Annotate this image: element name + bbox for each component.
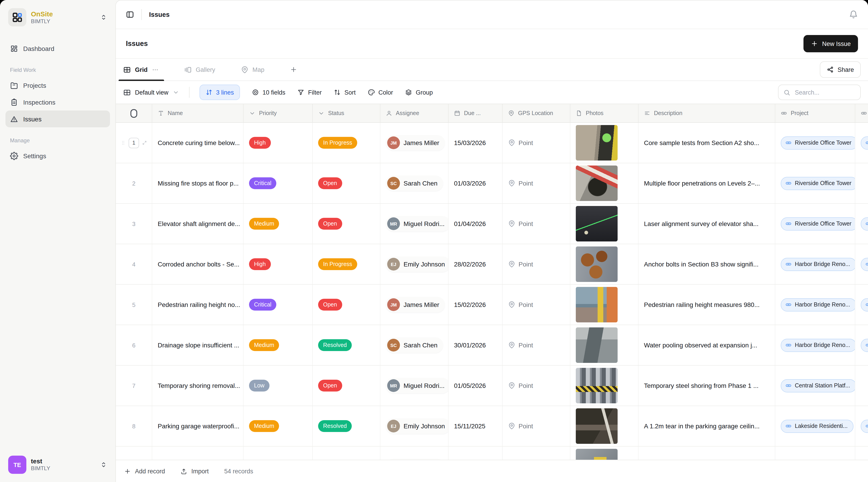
photo-thumbnail-yellow-railing-waterfront[interactable] bbox=[576, 287, 618, 322]
toolbar-color-button[interactable]: Color bbox=[367, 89, 393, 96]
status-cell[interactable]: In Progress bbox=[313, 244, 380, 284]
name-cell[interactable]: Elevator shaft alignment de... bbox=[152, 204, 244, 244]
project-cell[interactable]: Lakeside Residenti... bbox=[775, 447, 855, 460]
name-cell[interactable]: Temporary shoring removal... bbox=[152, 366, 244, 405]
project-badge-partial[interactable] bbox=[861, 338, 868, 352]
priority-cell[interactable]: Critical bbox=[244, 163, 313, 203]
photo-thumbnail-parking-garage-ceiling[interactable] bbox=[576, 408, 618, 444]
due-date-cell[interactable]: 01/05/2026 bbox=[448, 366, 503, 405]
status-cell[interactable]: Closed bbox=[313, 447, 380, 460]
name-cell[interactable]: Concrete curing time below... bbox=[152, 123, 244, 163]
sidebar-item-settings[interactable]: Settings bbox=[5, 147, 110, 164]
assignee-cell[interactable]: JMJames Miller bbox=[380, 447, 448, 460]
table-row[interactable]: 8Parking garage waterproofi...MediumReso… bbox=[116, 406, 868, 447]
project-badge[interactable]: Harbor Bridge Reno... bbox=[781, 258, 855, 271]
due-date-cell[interactable]: 15/02/2026 bbox=[448, 285, 503, 325]
column-header-priority[interactable]: Priority bbox=[244, 104, 313, 122]
sidebar-toggle-icon[interactable] bbox=[126, 10, 134, 19]
photo-thumbnail-steel-shoring-caution-tape[interactable] bbox=[576, 368, 618, 403]
linked-record-cell[interactable] bbox=[855, 366, 868, 405]
column-header[interactable] bbox=[855, 104, 868, 122]
gps-cell[interactable]: Point bbox=[503, 285, 570, 325]
description-cell[interactable]: Water pooling observed at expansion j... bbox=[639, 325, 775, 365]
photos-cell[interactable] bbox=[570, 406, 639, 446]
select-all-checkbox[interactable] bbox=[130, 109, 137, 118]
priority-cell[interactable]: Medium bbox=[244, 204, 313, 244]
priority-cell[interactable]: Low bbox=[244, 447, 313, 460]
assignee-cell[interactable]: MRMiguel Rodri... bbox=[380, 366, 448, 405]
table-row[interactable]: 6Drainage slope insufficient ...MediumRe… bbox=[116, 325, 868, 366]
description-cell[interactable]: A 30cm gap in the HVAC ductwork insu... bbox=[639, 447, 775, 460]
linked-record-cell[interactable] bbox=[855, 163, 868, 203]
gps-cell[interactable]: Point bbox=[503, 325, 570, 365]
project-cell[interactable]: Riverside Office Tower bbox=[775, 204, 855, 244]
drag-handle-icon[interactable] bbox=[120, 140, 126, 146]
toolbar-sort-button[interactable]: Sort bbox=[334, 89, 356, 96]
due-date-cell[interactable]: 01/10/2025 bbox=[448, 447, 503, 460]
assignee-cell[interactable]: EJEmily Johnson bbox=[380, 406, 448, 446]
photos-cell[interactable] bbox=[570, 123, 639, 163]
add-view-button[interactable] bbox=[290, 66, 297, 73]
linked-record-cell[interactable] bbox=[855, 325, 868, 365]
project-cell[interactable]: Central Station Platf... bbox=[775, 366, 855, 405]
assignee-cell[interactable]: JMJames Miller bbox=[380, 123, 448, 163]
new-issue-button[interactable]: New Issue bbox=[803, 35, 858, 52]
project-badge[interactable]: Riverside Office Tower bbox=[781, 177, 855, 190]
table-row[interactable]: 1Concrete curing time below...HighIn Pro… bbox=[116, 123, 868, 163]
photo-thumbnail-floor-penetration-hazard-tape[interactable] bbox=[576, 165, 618, 201]
gps-cell[interactable]: Point bbox=[503, 163, 570, 203]
tab-gallery[interactable]: Gallery bbox=[184, 59, 215, 81]
linked-record-cell[interactable] bbox=[855, 447, 868, 460]
toolbar-3-lines-button[interactable]: 3 lines bbox=[199, 85, 240, 100]
project-cell[interactable]: Harbor Bridge Reno... bbox=[775, 244, 855, 284]
assignee-cell[interactable]: SCSarah Chen bbox=[380, 163, 448, 203]
project-cell[interactable]: Riverside Office Tower bbox=[775, 123, 855, 163]
linked-record-cell[interactable] bbox=[855, 244, 868, 284]
workspace-switcher[interactable]: OnSite BIMTLY bbox=[5, 6, 110, 28]
gps-cell[interactable]: Point bbox=[503, 366, 570, 405]
share-button[interactable]: Share bbox=[820, 61, 861, 78]
search-input[interactable] bbox=[794, 88, 855, 96]
tab-grid[interactable]: Grid bbox=[123, 59, 159, 81]
column-header-photos[interactable]: Photos bbox=[570, 104, 639, 122]
column-header-due[interactable]: Due ... bbox=[448, 104, 503, 122]
view-selector[interactable]: Default view bbox=[123, 88, 179, 96]
description-cell[interactable]: A 1.2m tear in the parking garage ceilin… bbox=[639, 406, 775, 446]
project-cell[interactable]: Riverside Office Tower bbox=[775, 163, 855, 203]
description-cell[interactable]: Anchor bolts in Section B3 show signifi.… bbox=[639, 244, 775, 284]
gps-cell[interactable]: Point bbox=[503, 406, 570, 446]
project-badge-partial[interactable] bbox=[861, 420, 868, 433]
photos-cell[interactable] bbox=[570, 285, 639, 325]
expand-record-icon[interactable] bbox=[142, 140, 147, 146]
status-cell[interactable]: Resolved bbox=[313, 325, 380, 365]
due-date-cell[interactable]: 15/11/2025 bbox=[448, 406, 503, 446]
project-cell[interactable]: Lakeside Residenti... bbox=[775, 406, 855, 446]
gps-cell[interactable]: Point bbox=[503, 123, 570, 163]
description-cell[interactable]: Pedestrian railing height measures 980..… bbox=[639, 285, 775, 325]
sidebar-item-inspections[interactable]: Inspections bbox=[5, 94, 110, 111]
due-date-cell[interactable]: 01/03/2026 bbox=[448, 163, 503, 203]
project-badge[interactable]: Riverside Office Tower bbox=[781, 136, 855, 149]
photos-cell[interactable] bbox=[570, 204, 639, 244]
notifications-bell-icon[interactable] bbox=[849, 10, 858, 19]
project-badge[interactable]: Central Station Platf... bbox=[781, 379, 855, 392]
photos-cell[interactable] bbox=[570, 325, 639, 365]
assignee-cell[interactable]: SCSarah Chen bbox=[380, 325, 448, 365]
due-date-cell[interactable]: 30/01/2026 bbox=[448, 325, 503, 365]
column-header-project[interactable]: Project bbox=[775, 104, 855, 122]
table-row[interactable]: 2Missing fire stops at floor p...Critica… bbox=[116, 163, 868, 204]
status-cell[interactable]: Open bbox=[313, 163, 380, 203]
photos-cell[interactable] bbox=[570, 447, 639, 460]
project-badge-partial[interactable] bbox=[861, 217, 868, 230]
name-cell[interactable]: Parking garage waterproofi... bbox=[152, 406, 244, 446]
project-badge[interactable]: Harbor Bridge Reno... bbox=[781, 298, 855, 311]
column-header-name[interactable]: Name bbox=[152, 104, 244, 122]
project-badge[interactable]: Harbor Bridge Reno... bbox=[781, 338, 855, 352]
column-header-gps-location[interactable]: GPS Location bbox=[503, 104, 570, 122]
status-cell[interactable]: Open bbox=[313, 204, 380, 244]
sidebar-item-dashboard[interactable]: Dashboard bbox=[5, 40, 110, 57]
name-cell[interactable]: Pedestrian railing height no... bbox=[152, 285, 244, 325]
linked-record-cell[interactable] bbox=[855, 285, 868, 325]
name-cell[interactable]: HVAC ductwork insulation... bbox=[152, 447, 244, 460]
priority-cell[interactable]: High bbox=[244, 123, 313, 163]
